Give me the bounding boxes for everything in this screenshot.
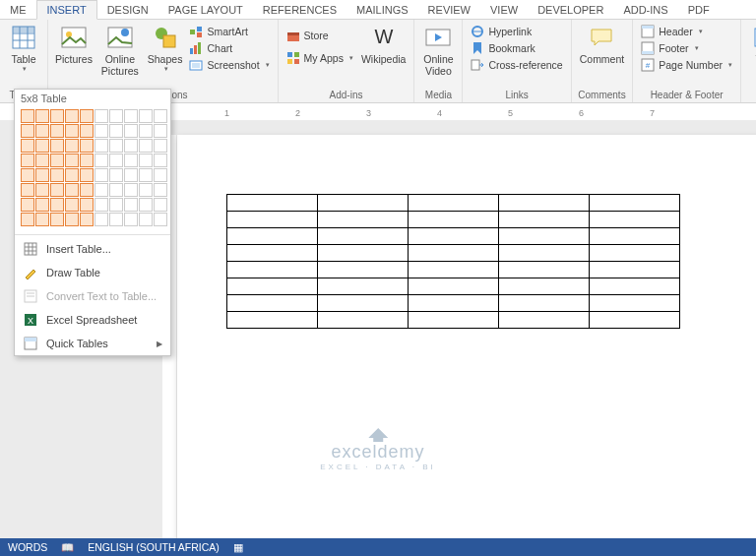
table-cell[interactable] xyxy=(318,295,409,312)
grid-cell[interactable] xyxy=(94,109,108,123)
grid-cell[interactable] xyxy=(94,168,108,182)
page-number-button[interactable]: #Page Number xyxy=(637,57,736,73)
grid-cell[interactable] xyxy=(109,198,123,212)
table-cell[interactable] xyxy=(318,212,409,228)
grid-cell[interactable] xyxy=(21,183,34,197)
table-cell[interactable] xyxy=(318,228,409,245)
table-cell[interactable] xyxy=(227,312,318,329)
table-cell[interactable] xyxy=(499,195,590,212)
table-row[interactable] xyxy=(227,312,680,329)
grid-cell[interactable] xyxy=(139,183,153,197)
table-cell[interactable] xyxy=(227,278,318,295)
tab-design[interactable]: DESIGN xyxy=(97,1,158,19)
tab-developer[interactable]: DEVELOPER xyxy=(528,1,613,19)
grid-cell[interactable] xyxy=(50,124,64,138)
table-cell[interactable] xyxy=(318,245,409,262)
grid-cell[interactable] xyxy=(35,154,49,167)
grid-cell[interactable] xyxy=(65,213,79,226)
chart-button[interactable]: Chart xyxy=(185,40,273,56)
grid-cell[interactable] xyxy=(154,139,167,153)
table-cell[interactable] xyxy=(590,245,680,262)
table-cell[interactable] xyxy=(227,195,318,212)
table-cell[interactable] xyxy=(499,245,590,262)
language-status[interactable]: ENGLISH (SOUTH AFRICA) xyxy=(88,541,220,553)
table-cell[interactable] xyxy=(318,312,409,329)
my-apps-button[interactable]: My Apps xyxy=(283,50,357,66)
table-cell[interactable] xyxy=(590,228,680,245)
draw-table-menu[interactable]: Draw Table xyxy=(15,261,170,284)
table-row[interactable] xyxy=(227,212,680,228)
grid-cell[interactable] xyxy=(124,109,138,123)
document-table[interactable] xyxy=(226,194,680,329)
table-grid-selector[interactable] xyxy=(15,107,170,232)
grid-cell[interactable] xyxy=(50,109,64,123)
table-cell[interactable] xyxy=(318,262,409,278)
grid-cell[interactable] xyxy=(21,168,34,182)
table-cell[interactable] xyxy=(499,212,590,228)
grid-cell[interactable] xyxy=(109,213,123,226)
table-cell[interactable] xyxy=(409,212,499,228)
grid-cell[interactable] xyxy=(35,139,49,153)
grid-cell[interactable] xyxy=(50,139,64,153)
footer-button[interactable]: Footer xyxy=(637,40,736,56)
grid-cell[interactable] xyxy=(65,198,79,212)
table-cell[interactable] xyxy=(318,195,409,212)
header-button[interactable]: Header xyxy=(637,24,736,39)
grid-cell[interactable] xyxy=(65,183,79,197)
quick-tables-menu[interactable]: Quick Tables▶ xyxy=(15,332,170,355)
grid-cell[interactable] xyxy=(109,139,123,153)
tab-view[interactable]: VIEW xyxy=(480,1,528,19)
grid-cell[interactable] xyxy=(124,154,138,167)
table-cell[interactable] xyxy=(227,228,318,245)
table-cell[interactable] xyxy=(409,262,499,278)
grid-cell[interactable] xyxy=(94,213,108,226)
grid-cell[interactable] xyxy=(94,139,108,153)
table-cell[interactable] xyxy=(227,262,318,278)
excel-spreadsheet-menu[interactable]: XExcel Spreadsheet xyxy=(15,308,170,332)
horizontal-ruler[interactable]: 1234567 xyxy=(205,105,756,119)
grid-cell[interactable] xyxy=(154,154,167,167)
grid-cell[interactable] xyxy=(80,109,94,123)
grid-cell[interactable] xyxy=(50,213,64,226)
table-cell[interactable] xyxy=(590,312,680,329)
grid-cell[interactable] xyxy=(80,213,94,226)
table-cell[interactable] xyxy=(590,195,680,212)
grid-cell[interactable] xyxy=(139,168,153,182)
store-button[interactable]: Store xyxy=(283,28,357,43)
table-cell[interactable] xyxy=(499,295,590,312)
table-cell[interactable] xyxy=(499,262,590,278)
grid-cell[interactable] xyxy=(80,139,94,153)
online-pictures-button[interactable]: Online Pictures xyxy=(95,22,145,79)
grid-cell[interactable] xyxy=(35,183,49,197)
grid-cell[interactable] xyxy=(124,183,138,197)
grid-cell[interactable] xyxy=(80,154,94,167)
grid-cell[interactable] xyxy=(50,183,64,197)
table-cell[interactable] xyxy=(590,295,680,312)
table-cell[interactable] xyxy=(499,278,590,295)
grid-cell[interactable] xyxy=(80,198,94,212)
insert-table-menu[interactable]: Insert Table... xyxy=(15,237,170,261)
table-cell[interactable] xyxy=(227,212,318,228)
tab-references[interactable]: REFERENCES xyxy=(253,1,346,19)
tab-me[interactable]: ME xyxy=(0,1,36,19)
table-cell[interactable] xyxy=(409,228,499,245)
grid-cell[interactable] xyxy=(21,213,34,226)
word-count[interactable]: WORDS xyxy=(8,541,47,553)
grid-cell[interactable] xyxy=(35,109,49,123)
table-cell[interactable] xyxy=(590,278,680,295)
table-cell[interactable] xyxy=(590,212,680,228)
grid-cell[interactable] xyxy=(124,198,138,212)
tab-insert[interactable]: INSERT xyxy=(36,0,97,20)
grid-cell[interactable] xyxy=(154,198,167,212)
grid-cell[interactable] xyxy=(109,124,123,138)
tab-add-ins[interactable]: ADD-INS xyxy=(613,1,677,19)
table-cell[interactable] xyxy=(227,295,318,312)
table-row[interactable] xyxy=(227,295,680,312)
grid-cell[interactable] xyxy=(21,154,34,167)
table-cell[interactable] xyxy=(409,245,499,262)
grid-cell[interactable] xyxy=(94,198,108,212)
hyperlink-button[interactable]: Hyperlink xyxy=(467,24,566,39)
grid-cell[interactable] xyxy=(124,213,138,226)
grid-cell[interactable] xyxy=(109,183,123,197)
grid-cell[interactable] xyxy=(35,198,49,212)
